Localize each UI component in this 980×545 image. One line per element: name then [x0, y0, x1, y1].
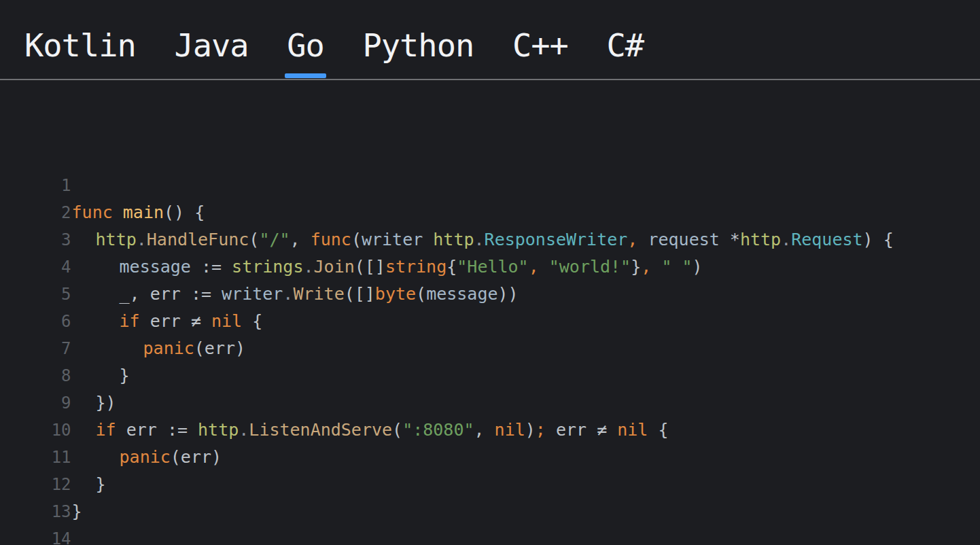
- line-content: if err ≠ nil {: [72, 308, 263, 335]
- code-token: [72, 338, 143, 358]
- code-token: [72, 447, 120, 467]
- code-line: 2 http.HandleFunc("/", func(writer http.…: [0, 172, 980, 199]
- code-token: http: [96, 230, 137, 249]
- code-token: string: [385, 257, 447, 277]
- line-content: }): [72, 389, 116, 417]
- code-token: (: [416, 284, 426, 304]
- code-token: ResponseWriter: [485, 230, 628, 249]
- line-content: message := strings.Join([]string{"Hello"…: [72, 253, 703, 281]
- code-token: nil: [211, 311, 242, 331]
- code-token: "Hello": [457, 257, 528, 277]
- code-token: .: [303, 257, 313, 277]
- code-token: nil: [495, 420, 525, 440]
- code-token: )): [497, 284, 518, 304]
- code-token: panic: [120, 447, 171, 467]
- tab-go[interactable]: Go: [287, 16, 324, 75]
- language-tab-bar: Kotlin Java Go Python C++ C#: [0, 0, 980, 80]
- code-token: (err): [171, 447, 222, 467]
- code-token: ([]: [355, 257, 385, 277]
- code-token: err ≠: [140, 311, 211, 331]
- code-token: .: [283, 284, 293, 304]
- code-token: http: [740, 230, 781, 249]
- code-token: () {: [164, 203, 205, 222]
- code-token: panic: [143, 338, 194, 358]
- code-token: Request: [791, 230, 862, 249]
- tab-kotlin[interactable]: Kotlin: [24, 16, 136, 75]
- code-token: [651, 257, 661, 277]
- code-token: {: [648, 420, 668, 440]
- code-token: ,: [529, 257, 539, 277]
- line-number: 5: [27, 281, 71, 308]
- code-token: .: [239, 420, 249, 440]
- code-token: [113, 203, 123, 222]
- code-token: if: [120, 311, 140, 331]
- line-number: 4: [27, 253, 71, 281]
- line-number: 7: [27, 335, 71, 362]
- line-content: func main() {: [72, 199, 205, 226]
- line-number: 10: [27, 417, 71, 444]
- code-token: *: [720, 230, 740, 249]
- code-token: }: [72, 474, 106, 494]
- line-number: 8: [27, 362, 71, 389]
- code-token: message: [120, 257, 191, 277]
- code-line: 13: [0, 471, 980, 498]
- code-token: func: [311, 230, 351, 249]
- code-token: {: [242, 311, 262, 331]
- code-token: }): [72, 393, 116, 412]
- code-token: .: [781, 230, 791, 249]
- code-token: }: [72, 366, 130, 385]
- code-token: err :=: [116, 420, 198, 440]
- code-token: [539, 257, 549, 277]
- code-token: writer: [222, 284, 283, 304]
- code-token: {: [447, 257, 457, 277]
- code-line: 14: [0, 498, 980, 525]
- line-content: if err := http.ListenAndServe(":8080", n…: [72, 417, 669, 444]
- code-token: http: [198, 420, 239, 440]
- code-token: HandleFunc: [147, 230, 249, 249]
- code-token: [72, 257, 120, 277]
- code-token: writer: [362, 230, 423, 249]
- code-token: _, err :=: [72, 284, 222, 304]
- code-line: 9 if err := http.ListenAndServe(":8080",…: [0, 362, 980, 389]
- tab-python[interactable]: Python: [362, 16, 474, 75]
- code-token: "/": [259, 230, 290, 249]
- code-token: ): [693, 257, 703, 277]
- code-token: .: [474, 230, 485, 249]
- code-token: ,: [641, 257, 651, 277]
- code-token: " ": [661, 257, 692, 277]
- code-token: ,: [474, 420, 494, 440]
- code-token: }: [72, 502, 82, 521]
- code-token: ) {: [863, 230, 894, 249]
- code-line: 1 func main() {: [0, 145, 980, 172]
- code-token: request: [648, 230, 719, 249]
- line-number: 9: [27, 389, 71, 417]
- line-content: }: [72, 498, 82, 525]
- tab-cpp[interactable]: C++: [512, 16, 568, 75]
- code-token: ListenAndServe: [249, 420, 392, 440]
- code-token: byte: [375, 284, 416, 304]
- code-token: strings: [232, 257, 303, 277]
- line-content: }: [72, 362, 130, 389]
- line-number: 1: [27, 172, 71, 199]
- code-token: main: [123, 203, 164, 222]
- tab-java[interactable]: Java: [174, 16, 248, 75]
- code-token: "world!": [549, 257, 631, 277]
- code-token: Write: [293, 284, 344, 304]
- code-token: ,: [290, 230, 311, 249]
- line-content: panic(err): [72, 444, 222, 471]
- code-token: }: [631, 257, 641, 277]
- code-token: (: [249, 230, 259, 249]
- line-number: 3: [27, 226, 71, 253]
- code-token: http: [433, 230, 474, 249]
- line-number: 2: [27, 199, 71, 226]
- code-token: if: [96, 420, 116, 440]
- line-content: panic(err): [72, 335, 246, 362]
- tab-csharp[interactable]: C#: [606, 16, 644, 75]
- line-number: 14: [27, 525, 71, 545]
- code-token: :=: [191, 257, 232, 277]
- code-token: nil: [617, 420, 648, 440]
- code-token: ): [525, 420, 536, 440]
- code-token: [72, 311, 120, 331]
- code-token: ":8080": [402, 420, 474, 440]
- code-token: func: [72, 203, 113, 222]
